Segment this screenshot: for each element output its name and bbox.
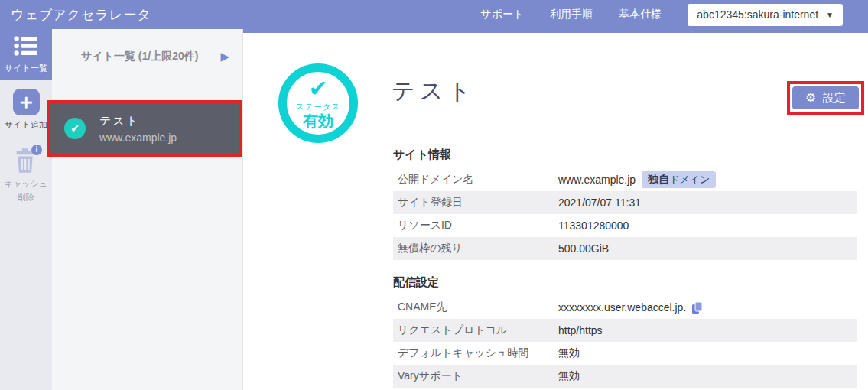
- sidebar-item-label: サイト一覧: [5, 63, 47, 74]
- section-title: サイト情報: [393, 148, 857, 162]
- settings-button[interactable]: ⚙ 設定: [792, 86, 859, 109]
- check-icon: ✔: [308, 77, 327, 100]
- site-detail-header: ✔ ステータス 有効 テスト ⚙ 設定: [278, 63, 864, 143]
- table-row: 公開ドメイン名 www.example.jp 独自ドメイン: [393, 168, 857, 191]
- annotation-box-settings-button: ⚙ 設定: [787, 81, 864, 115]
- table-row: CNAME先 xxxxxxxx.user.webaccel.jp.: [393, 296, 857, 319]
- table-row: サイト登録日 2021/07/07 11:31: [393, 191, 857, 214]
- row-value: http/https: [558, 324, 603, 336]
- info-icon: i: [31, 145, 42, 155]
- site-list-item-selected[interactable]: ✔ テスト www.example.jp: [50, 103, 239, 154]
- site-name: テスト: [99, 114, 177, 128]
- copy-icon[interactable]: [691, 301, 704, 314]
- sidebar-item-label: キャッシュ 削除: [5, 177, 47, 204]
- row-label: デフォルトキャッシュ時間: [393, 346, 558, 360]
- site-domain: www.example.jp: [99, 132, 177, 144]
- row-label: 無償枠の残り: [393, 242, 558, 255]
- expand-panel-arrow-icon[interactable]: ▶: [220, 50, 229, 63]
- section-delivery-settings: 配信設定 CNAME先 xxxxxxxx.user.webaccel.jp.: [393, 275, 857, 388]
- row-value: 無効: [558, 346, 580, 360]
- annotation-box-selected-site: ✔ テスト www.example.jp: [47, 100, 242, 157]
- row-label: サイト登録日: [393, 196, 558, 210]
- detail-sections: サイト情報 公開ドメイン名 www.example.jp 独自ドメイン サイト登…: [393, 148, 857, 388]
- section-title: 配信設定: [393, 275, 857, 290]
- sidebar-item-site-add[interactable]: ＋ サイト追加: [0, 89, 52, 131]
- settings-button-label: 設定: [823, 91, 846, 106]
- sidebar-item-cache-delete[interactable]: i キャッシュ 削除: [0, 146, 52, 204]
- table-row: 無償枠の残り 500.00GiB: [393, 237, 857, 260]
- plus-icon: ＋: [13, 89, 40, 115]
- trash-icon: i: [11, 146, 41, 175]
- custom-domain-badge: 独自ドメイン: [642, 171, 716, 188]
- sidebar-item-label: サイト追加: [5, 119, 47, 131]
- row-label: リソースID: [393, 219, 558, 232]
- top-nav: サポート 利用手順 基本仕様 abc12345:sakura-internet …: [480, 4, 847, 26]
- status-value: 有効: [303, 112, 333, 130]
- site-list-header: サイト一覧 (1/上限20件) ▶: [52, 29, 242, 84]
- section-site-info: サイト情報 公開ドメイン名 www.example.jp 独自ドメイン サイト登…: [393, 148, 857, 260]
- account-selector-dropdown[interactable]: abc12345:sakura-internet ▼: [688, 4, 843, 26]
- row-value: 113301280000: [558, 219, 629, 232]
- row-value: 500.00GiB: [558, 242, 609, 255]
- status-badge: ✔ ステータス 有効: [278, 63, 358, 143]
- row-label: 公開ドメイン名: [393, 173, 558, 187]
- row-label: リクエストプロトコル: [393, 323, 558, 337]
- row-label: Varyサポート: [393, 369, 558, 383]
- row-label: CNAME先: [393, 301, 558, 314]
- nav-link-basic-specs[interactable]: 基本仕様: [619, 8, 662, 21]
- nav-link-support[interactable]: サポート: [480, 8, 524, 21]
- table-row: リクエストプロトコル http/https: [393, 319, 857, 342]
- row-value: xxxxxxxx.user.webaccel.jp.: [558, 301, 704, 314]
- row-value: 無効: [558, 369, 580, 383]
- check-icon: ✔: [64, 118, 86, 139]
- chevron-down-icon: ▼: [826, 11, 834, 19]
- table-row: Varyサポート 無効: [393, 365, 857, 388]
- account-name: abc12345:sakura-internet: [697, 8, 818, 21]
- app-title: ウェブアクセラレータ: [0, 6, 151, 24]
- top-header-bar: ウェブアクセラレータ サポート 利用手順 基本仕様 abc12345:sakur…: [0, 0, 868, 29]
- table-row: デフォルトキャッシュ時間 無効: [393, 342, 857, 365]
- row-value: www.example.jp 独自ドメイン: [558, 171, 716, 188]
- table-row: リソースID 113301280000: [393, 214, 857, 237]
- site-detail-main: ✔ ステータス 有効 テスト ⚙ 設定 サイト情報 公開ドメイン名 www: [243, 29, 868, 390]
- site-list-count: サイト一覧 (1/上限20件): [81, 50, 198, 63]
- row-value: 2021/07/07 11:31: [558, 197, 641, 209]
- gear-icon: ⚙: [805, 92, 816, 104]
- list-icon: [14, 36, 38, 59]
- nav-link-usage-guide[interactable]: 利用手順: [550, 8, 593, 21]
- status-label: ステータス: [296, 102, 340, 112]
- page-title: テスト: [392, 63, 476, 107]
- site-list-panel: サイト一覧 (1/上限20件) ▶ ✔ テスト www.example.jp: [52, 29, 243, 390]
- sidebar-item-site-list[interactable]: サイト一覧: [0, 29, 52, 80]
- icon-sidebar: サイト一覧 ＋ サイト追加: [0, 29, 52, 390]
